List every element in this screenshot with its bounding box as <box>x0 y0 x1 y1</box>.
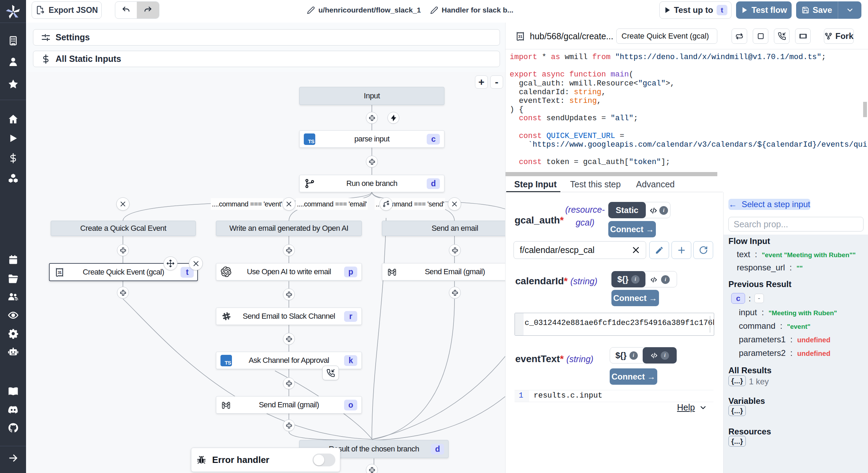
svg-text:31: 31 <box>518 34 522 38</box>
